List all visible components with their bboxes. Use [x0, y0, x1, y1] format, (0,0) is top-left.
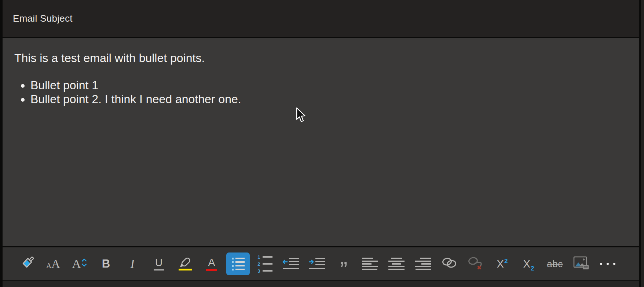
window-right-gutter — [641, 0, 644, 287]
italic-button[interactable]: I — [119, 247, 146, 280]
insert-image-button[interactable] — [568, 247, 594, 280]
decrease-indent-button[interactable] — [278, 247, 304, 280]
align-right-button[interactable] — [410, 247, 436, 280]
highlight-color-button[interactable] — [172, 247, 198, 280]
superscript-button[interactable]: X2 — [489, 247, 515, 280]
align-left-button[interactable] — [357, 247, 383, 280]
numbered-list-icon: 1 2 3 — [257, 255, 272, 273]
more-options-icon — [600, 263, 615, 265]
quote-icon: ” — [340, 258, 348, 269]
underline-icon: U — [154, 258, 164, 270]
mouse-cursor — [296, 107, 307, 125]
font-color-button[interactable]: A — [198, 247, 225, 280]
window-bottom-strip — [3, 281, 639, 287]
bullet-list-button[interactable] — [225, 247, 251, 280]
bullet-list-icon — [232, 258, 245, 270]
bullet-item: Bullet point 2. I think I need another o… — [30, 92, 639, 106]
align-right-icon — [415, 258, 431, 270]
email-body-editor[interactable]: This is a test email with bullet points.… — [3, 38, 639, 246]
increase-indent-button[interactable] — [304, 247, 330, 280]
bullet-item: Bullet point 1 — [30, 78, 639, 92]
italic-icon: I — [131, 257, 135, 271]
format-painter-button[interactable] — [14, 247, 40, 280]
formatting-toolbar: AA A B I U A — [3, 247, 639, 280]
highlighter-icon — [178, 258, 193, 270]
link-icon — [441, 257, 458, 271]
subject-field[interactable]: Email Subject — [3, 0, 639, 37]
bullet-list-active-highlight — [226, 253, 250, 275]
format-painter-icon — [18, 255, 35, 273]
subscript-icon: X2 — [523, 259, 534, 269]
numbered-list-button[interactable]: 1 2 3 — [251, 247, 278, 280]
insert-image-icon — [572, 255, 590, 272]
insert-link-button[interactable] — [436, 247, 462, 280]
subscript-button[interactable]: X2 — [515, 247, 542, 280]
decrease-indent-icon — [283, 258, 299, 270]
more-options-button[interactable] — [594, 247, 621, 280]
blockquote-button[interactable]: ” — [330, 247, 357, 280]
font-size-icon: A — [72, 258, 87, 270]
font-color-red-bar — [206, 269, 217, 271]
font-button[interactable]: AA — [40, 247, 66, 280]
font-size-button[interactable]: A — [66, 247, 93, 280]
subject-value: Email Subject — [3, 13, 73, 24]
align-left-icon — [362, 258, 378, 270]
bullet-list: Bullet point 1 Bullet point 2. I think I… — [3, 78, 639, 106]
strikethrough-button[interactable]: abc — [542, 247, 568, 280]
align-center-button[interactable] — [383, 247, 410, 280]
remove-link-button[interactable] — [462, 247, 489, 280]
bold-icon: B — [102, 257, 110, 270]
superscript-icon: X2 — [497, 259, 508, 269]
align-center-icon — [388, 258, 405, 270]
increase-indent-icon — [309, 258, 325, 270]
size-up-down-chevrons-icon — [81, 258, 87, 269]
bold-button[interactable]: B — [93, 247, 119, 280]
font-icon: AA — [46, 258, 60, 270]
strikethrough-icon: abc — [547, 258, 563, 270]
highlight-yellow-bar — [179, 269, 192, 270]
body-paragraph: This is a test email with bullet points. — [3, 38, 639, 65]
font-color-icon: A — [206, 257, 217, 271]
unlink-icon — [467, 256, 484, 272]
underline-button[interactable]: U — [146, 247, 172, 280]
